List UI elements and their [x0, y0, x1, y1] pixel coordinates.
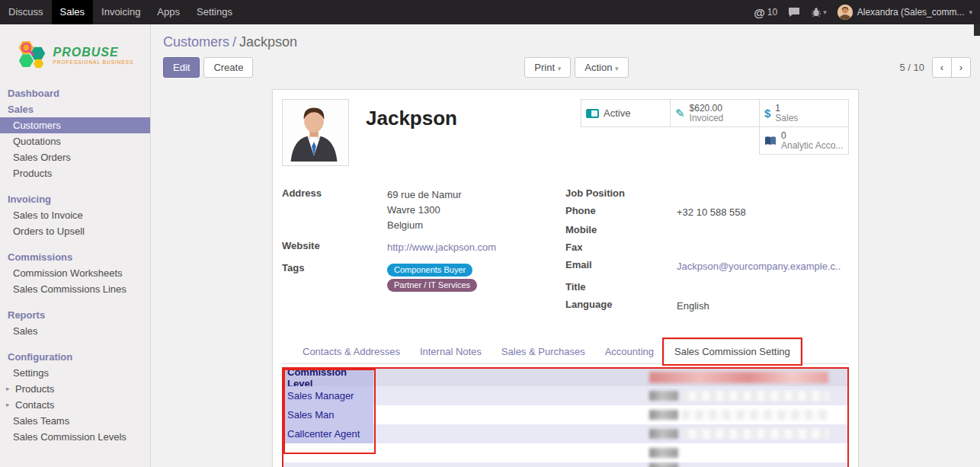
title-value[interactable] — [677, 281, 849, 295]
redacted-blur — [682, 429, 828, 439]
tag-components-buyer[interactable]: Components Buyer — [387, 264, 472, 277]
job-position-value[interactable] — [677, 187, 849, 201]
email-label: Email — [565, 259, 677, 274]
redacted-blur — [649, 429, 678, 439]
redacted-blur — [682, 391, 828, 401]
sidebar-item-sales-teams[interactable]: Sales Teams — [0, 413, 150, 429]
tag-partner-it-services[interactable]: Partner / IT Services — [387, 279, 477, 292]
pager-next-button[interactable]: › — [951, 57, 971, 78]
breadcrumb-customers-link[interactable]: Customers — [163, 34, 229, 50]
chevron-down-icon: ▾ — [558, 65, 562, 72]
sidebar-heading-invoicing[interactable]: Invoicing — [0, 191, 150, 207]
table-row[interactable]: Callcenter Agent — [283, 424, 847, 443]
print-label: Print — [534, 62, 555, 73]
user-menu[interactable]: Alexandra (Sales_comm... ▾ — [837, 5, 972, 20]
redacted-cell — [649, 448, 828, 458]
mobile-value[interactable] — [677, 224, 849, 238]
tab-sales-commission-setting[interactable]: Sales Commission Setting — [664, 339, 801, 364]
messaging-inbox-button[interactable]: @ 10 — [754, 6, 777, 19]
sidebar-item-reports-sales[interactable]: Sales — [0, 323, 150, 339]
commission-level-cell[interactable]: Sales Manager — [283, 386, 373, 405]
table-row[interactable] — [283, 443, 847, 462]
expand-arrow-icon[interactable]: ▸ — [6, 382, 12, 395]
expand-arrow-icon[interactable]: ▸ — [6, 398, 12, 411]
chevron-down-icon: ▾ — [823, 8, 827, 16]
column-header-commission-level[interactable]: Commission Level — [283, 369, 373, 386]
tags-field[interactable]: Components Buyer Partner / IT Services — [387, 262, 565, 293]
app-logo[interactable]: PROBUSE PROFESSIONAL BUSINESS — [0, 24, 150, 82]
tab-accounting[interactable]: Accounting — [595, 340, 664, 363]
sidebar-item-sales-to-invoice[interactable]: Sales to Invoice — [0, 207, 150, 223]
pager-previous-button[interactable]: ‹ — [932, 57, 952, 78]
sidebar-item-products[interactable]: Products — [0, 165, 150, 181]
invoiced-stat-button[interactable]: ✎ $620.00 Invoiced — [670, 99, 760, 127]
tab-internal-notes[interactable]: Internal Notes — [410, 340, 492, 363]
menu-invoicing[interactable]: Invoicing — [93, 0, 149, 24]
sidebar-item-quotations[interactable]: Quotations — [0, 133, 150, 149]
sidebar-heading-reports[interactable]: Reports — [0, 307, 150, 323]
job-position-label: Job Position — [565, 187, 677, 201]
menu-settings[interactable]: Settings — [188, 0, 241, 24]
main-area: Customers/Jackpson Edit Create Print ▾ A… — [151, 24, 980, 467]
active-toggle-button[interactable]: Active — [581, 99, 671, 127]
action-dropdown[interactable]: Action ▾ — [575, 57, 628, 78]
redacted-blur — [649, 410, 678, 420]
book-icon — [764, 136, 777, 146]
sidebar-item-sales-orders[interactable]: Sales Orders — [0, 149, 150, 165]
sidebar-heading-configuration[interactable]: Configuration — [0, 349, 150, 365]
vertical-scrollbar-thumb[interactable] — [974, 24, 980, 36]
sidebar-item-settings[interactable]: Settings — [0, 365, 150, 381]
email-link[interactable]: Jackpson@yourcompany.example.c.. — [677, 261, 841, 272]
active-label: Active — [604, 107, 630, 119]
sales-count-label: Sales — [775, 114, 798, 123]
at-icon: @ — [754, 6, 765, 19]
pager-value: 5 / 10 — [899, 62, 924, 73]
menu-apps[interactable]: Apps — [149, 0, 188, 24]
probuse-logo-icon — [16, 38, 48, 72]
redacted-blur — [649, 372, 828, 383]
sales-stat-button[interactable]: $ 1 Sales — [759, 99, 849, 127]
fax-value[interactable] — [677, 241, 849, 255]
analytic-accounts-stat-button[interactable]: 0 Analytic Acco... — [759, 126, 849, 155]
menu-sales[interactable]: Sales — [52, 0, 94, 24]
phone-label: Phone — [565, 205, 677, 220]
address-label: Address — [282, 187, 387, 233]
redacted-cell — [649, 410, 828, 420]
breadcrumb: Customers/Jackpson — [163, 32, 971, 52]
redacted-cell — [649, 429, 828, 439]
language-value[interactable]: English — [677, 299, 849, 314]
table-row[interactable]: Sales Manager — [283, 386, 847, 405]
sidebar-item-sales-commissions-lines[interactable]: Sales Commissions Lines — [0, 281, 150, 297]
commission-level-cell[interactable]: Sales Man — [283, 405, 373, 424]
menu-discuss[interactable]: Discuss — [0, 0, 52, 24]
sidebar-heading-commissions[interactable]: Commissions — [0, 249, 150, 265]
debug-menu-button[interactable]: ▾ — [811, 7, 827, 18]
contact-photo[interactable] — [282, 99, 349, 166]
sidebar-item-config-contacts[interactable]: ▸ Contacts — [0, 397, 150, 413]
sidebar-item-customers[interactable]: Customers — [0, 117, 150, 133]
chat-button[interactable] — [788, 7, 800, 18]
tab-sales-purchases[interactable]: Sales & Purchases — [492, 340, 595, 363]
edit-button[interactable]: Edit — [163, 57, 200, 78]
control-panel: Customers/Jackpson Edit Create Print ▾ A… — [151, 24, 980, 78]
table-row[interactable] — [283, 462, 847, 467]
sidebar-item-orders-to-upsell[interactable]: Orders to Upsell — [0, 223, 150, 239]
sidebar-heading-dashboard[interactable]: Dashboard — [0, 85, 150, 101]
create-button[interactable]: Create — [203, 57, 253, 78]
sidebar-item-commission-worksheets[interactable]: Commission Worksheets — [0, 265, 150, 281]
address-city: Wavre 1300 — [387, 203, 565, 218]
analytic-count-label: Analytic Acco... — [781, 141, 843, 151]
table-row[interactable]: Sales Man — [283, 405, 847, 424]
sidebar-heading-sales[interactable]: Sales — [0, 101, 150, 117]
address-value[interactable]: 69 rue de Namur Wavre 1300 Belgium — [387, 187, 565, 233]
action-label: Action — [584, 62, 612, 73]
pencil-icon: ✎ — [675, 107, 685, 120]
print-dropdown[interactable]: Print ▾ — [524, 57, 571, 78]
phone-value[interactable]: +32 10 588 558 — [677, 205, 849, 220]
tab-contacts-addresses[interactable]: Contacts & Addresses — [293, 340, 410, 363]
commission-level-cell[interactable]: Callcenter Agent — [283, 424, 373, 443]
redacted-cell — [649, 391, 828, 401]
sidebar-item-sales-commission-levels[interactable]: Sales Commission Levels — [0, 429, 150, 445]
website-link[interactable]: http://www.jackpson.com — [387, 241, 496, 253]
sidebar-item-config-products[interactable]: ▸ Products — [0, 381, 150, 397]
